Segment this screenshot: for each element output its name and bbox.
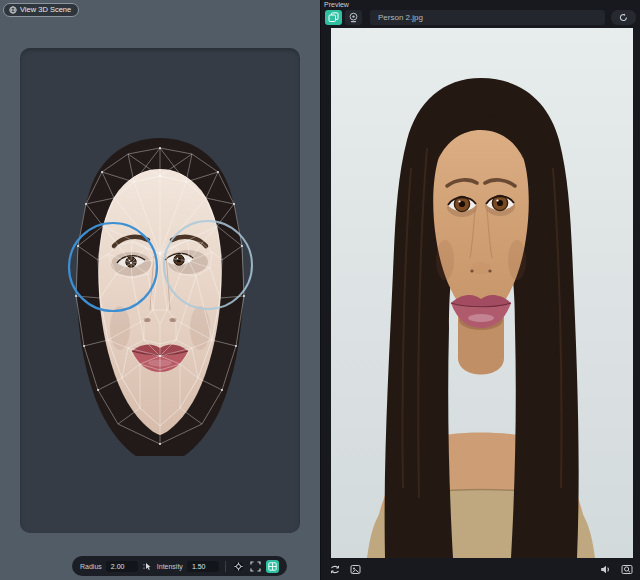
loop-icon[interactable] [328,563,341,576]
preview-bottom-toolbar [321,558,640,580]
image-icon[interactable] [349,563,362,576]
layers-button[interactable] [325,10,342,25]
layers-icon [328,12,339,23]
radius-label: Radius [80,563,102,570]
pan-cursor-icon [142,561,153,572]
speaker-icon[interactable] [599,563,612,576]
scene-panel: View 3D Scene [0,0,320,580]
preview-image [331,28,633,558]
mesh-overlay-toggle-icon[interactable] [266,560,279,573]
filename-input[interactable] [370,10,605,25]
preview-toolbar [325,9,636,25]
view-3d-scene-button[interactable]: View 3D Scene [3,3,79,17]
brush-settings-toolbar: Radius 2.00 Intensity 1.50 [72,556,287,576]
toolbar-divider [225,561,226,572]
expand-icon[interactable] [249,560,262,573]
preview-panel: Preview [320,0,640,580]
face-mesh-viewport[interactable] [20,48,300,533]
preview-panel-title: Preview [324,1,349,8]
globe-icon [9,6,17,14]
app-window: View 3D Scene [0,0,640,580]
radius-field[interactable]: 2.00 [106,561,138,572]
webcam-icon [348,12,359,23]
view-3d-scene-label: View 3D Scene [20,5,71,14]
zoom-fit-icon[interactable] [620,563,633,576]
intensity-field[interactable]: 1.50 [187,561,219,572]
refresh-icon [619,13,628,22]
gear-icon[interactable] [232,560,245,573]
intensity-label: Intensity [157,563,183,570]
face-wireframe-render [20,48,300,533]
webcam-button[interactable] [345,10,362,25]
refresh-button[interactable] [611,10,636,25]
